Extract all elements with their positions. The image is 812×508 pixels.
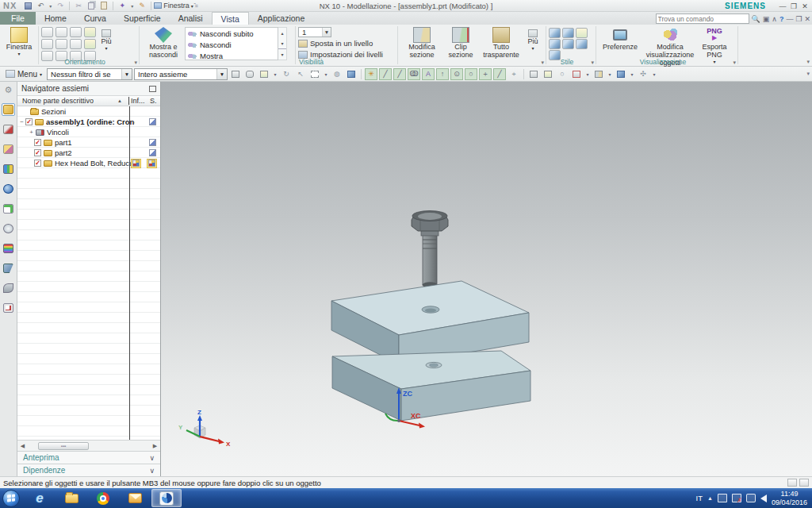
system-materials-icon[interactable] bbox=[2, 242, 15, 255]
roles-icon[interactable] bbox=[2, 302, 15, 314]
snapshot-icon[interactable] bbox=[258, 68, 270, 80]
menu-button[interactable]: Menu ▾ bbox=[2, 67, 45, 80]
fit-view-icon[interactable] bbox=[84, 27, 96, 37]
action-center-icon[interactable] bbox=[718, 494, 727, 502]
scrollbar-thumb[interactable]: ▪▪▪ bbox=[38, 442, 89, 450]
undock-panel-icon[interactable] bbox=[149, 86, 156, 92]
show-hidden-icons-icon[interactable]: ▲ bbox=[707, 495, 713, 501]
snap-control-point-icon[interactable]: ↂ bbox=[408, 68, 420, 80]
gallery-up-icon[interactable]: ▴ bbox=[278, 28, 286, 38]
resource-options-gear-icon[interactable]: ⚙ bbox=[2, 83, 15, 96]
snap-existing-point-icon[interactable]: ○ bbox=[465, 68, 477, 80]
scroll-right-icon[interactable]: ▶ bbox=[151, 443, 159, 449]
column-s-header[interactable]: S. bbox=[147, 97, 160, 105]
constraint-navigator-icon[interactable] bbox=[2, 123, 15, 136]
doc-restore-icon[interactable]: ❐ bbox=[795, 15, 802, 23]
touch-brush-icon[interactable]: ✎ bbox=[136, 1, 147, 10]
tab-home[interactable]: Home bbox=[36, 12, 75, 25]
snap-grid-icon[interactable]: ⌖ bbox=[508, 68, 520, 80]
wireframe-style-icon[interactable] bbox=[562, 39, 574, 49]
preferenze-button[interactable]: Preferenze bbox=[599, 26, 642, 52]
history-icon[interactable] bbox=[2, 222, 15, 235]
restore-button[interactable]: ❐ bbox=[788, 2, 799, 10]
taskbar-clock[interactable]: 11:49 09/04/2016 bbox=[772, 490, 807, 507]
taskbar-explorer-button[interactable] bbox=[56, 489, 86, 507]
help-icon[interactable]: ? bbox=[779, 15, 784, 23]
isometric-view-icon[interactable] bbox=[56, 27, 67, 37]
start-button[interactable] bbox=[2, 490, 20, 507]
tab-analisi[interactable]: Analisi bbox=[170, 12, 212, 25]
html-report-icon[interactable] bbox=[2, 202, 15, 215]
minimize-button[interactable]: — bbox=[777, 2, 788, 10]
ribbon-scroll-icon[interactable]: ▾ bbox=[806, 59, 810, 65]
close-button[interactable]: ✕ bbox=[799, 2, 810, 10]
orientamento-piu-button[interactable]: Più ▾ bbox=[98, 26, 115, 51]
taskbar-ie-button[interactable]: e bbox=[25, 489, 55, 507]
part1-checkbox[interactable]: ✓ bbox=[34, 139, 41, 146]
left-view-icon[interactable] bbox=[56, 39, 67, 49]
dipendenze-section[interactable]: Dipendenze ∨ bbox=[17, 464, 160, 476]
copy-icon[interactable] bbox=[86, 1, 97, 10]
tab-applicazione[interactable]: Applicazione bbox=[249, 12, 314, 25]
taskbar-chrome-button[interactable] bbox=[88, 489, 118, 507]
snap-point-on-curve-icon[interactable]: ＋ bbox=[479, 68, 492, 80]
snap-endpoint-icon[interactable]: ╱ bbox=[379, 68, 392, 80]
snap-intersection-icon[interactable]: A bbox=[422, 68, 435, 80]
tree-horizontal-scrollbar[interactable]: ◀ ▪▪▪ ▶ bbox=[17, 440, 160, 451]
volume-icon[interactable] bbox=[760, 495, 767, 502]
visualizzazione-launcher-icon[interactable]: ▾ bbox=[733, 60, 736, 66]
manufacturing-wizard-icon[interactable] bbox=[2, 282, 15, 294]
work-cube-dropdown-icon[interactable]: ▾ bbox=[629, 68, 635, 80]
assembly1-checkbox[interactable]: ✓ bbox=[25, 118, 33, 125]
window-menu-button[interactable]: Finestra ▾᷆= bbox=[154, 2, 198, 10]
modifica-sezione-button[interactable]: Modifica sezione bbox=[400, 26, 443, 60]
repeat-dropdown-icon[interactable]: ▾ bbox=[129, 1, 135, 10]
clip-work-section-icon[interactable] bbox=[592, 68, 605, 80]
save-icon[interactable] bbox=[22, 1, 33, 10]
top-view-icon[interactable] bbox=[70, 27, 82, 37]
paste-icon[interactable] bbox=[98, 1, 109, 10]
graphics-viewport[interactable]: ZC XC Z X bbox=[161, 82, 812, 476]
tree-row-assembly1[interactable]: − ✓ assembly1 (ordine: Cronologi... bbox=[17, 117, 160, 127]
taskbar-nx-button[interactable] bbox=[151, 489, 182, 507]
ribbon-options-icon[interactable]: ▣ bbox=[763, 15, 770, 23]
undo-icon[interactable]: ↶ bbox=[35, 1, 46, 10]
glasses-dropdown-icon[interactable]: ▾ bbox=[651, 68, 657, 80]
highlight-assembly-icon[interactable] bbox=[229, 68, 242, 80]
tree-row-vincoli[interactable]: + Vincoli bbox=[17, 127, 160, 137]
process-studio-icon[interactable] bbox=[2, 262, 15, 275]
solid-body-icon[interactable] bbox=[345, 68, 358, 80]
column-info-header[interactable]: Inf... bbox=[128, 97, 147, 105]
nascondi-item[interactable]: Nascondi bbox=[186, 39, 278, 50]
bolt-checkbox[interactable]: ✓ bbox=[34, 160, 41, 167]
stile-launcher-icon[interactable]: ▾ bbox=[591, 60, 594, 66]
tree-row-hex-head-bolt[interactable]: ✓ Hex Head Bolt, Reduced Sh... bbox=[17, 158, 160, 168]
repeat-command-icon[interactable]: ✦ bbox=[117, 1, 128, 10]
mostra-item[interactable]: Mostra bbox=[186, 50, 278, 61]
anteprima-section[interactable]: Anteprima ∨ bbox=[17, 451, 160, 464]
front-view-icon[interactable] bbox=[41, 39, 53, 49]
scroll-left-icon[interactable]: ◀ bbox=[18, 443, 27, 449]
status-window-icon[interactable] bbox=[799, 479, 809, 487]
expand-icon[interactable]: + bbox=[29, 129, 34, 135]
orientamento-launcher-icon[interactable]: ▾ bbox=[134, 60, 137, 66]
interpart-link-icon[interactable] bbox=[243, 68, 256, 80]
view-window-icon[interactable] bbox=[570, 68, 583, 80]
snap-arc-center-icon[interactable]: ↑ bbox=[436, 68, 449, 80]
redo-icon[interactable]: ↷ bbox=[55, 1, 66, 10]
display-icon[interactable] bbox=[746, 494, 756, 502]
finestra-button[interactable]: Finestra ▾ bbox=[2, 26, 36, 56]
part2-checkbox[interactable]: ✓ bbox=[34, 149, 41, 156]
clip-sezione-button[interactable]: Clip sezione bbox=[443, 26, 478, 60]
mostra-e-nascondi-button[interactable]: Mostra e nascondi bbox=[142, 26, 185, 60]
gallery-expand-icon[interactable]: ▾ bbox=[278, 48, 286, 60]
snap-point-on-surface-icon[interactable]: ╱ bbox=[493, 68, 506, 80]
glasses-toggle-icon[interactable]: ✣ bbox=[637, 68, 649, 80]
doc-close-icon[interactable]: ✕ bbox=[804, 15, 810, 23]
work-layer-combo[interactable]: 1 ▼ bbox=[298, 27, 331, 37]
minimize-ribbon-icon[interactable]: ∧ bbox=[772, 15, 777, 23]
collapse-icon[interactable]: − bbox=[19, 119, 25, 125]
search-icon[interactable]: 🔍 bbox=[752, 15, 760, 23]
web-browser-icon[interactable] bbox=[2, 183, 15, 195]
studio-style-icon[interactable] bbox=[576, 28, 588, 38]
